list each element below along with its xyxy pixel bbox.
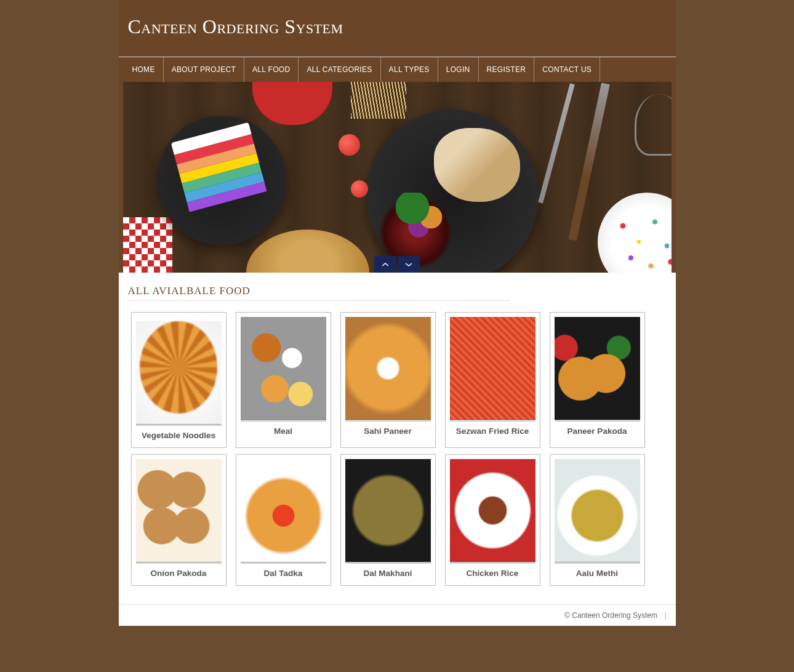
food-image xyxy=(555,459,640,562)
food-image xyxy=(555,317,640,420)
hero-slider xyxy=(119,82,676,273)
section-title: ALL AVIALBALE FOOD xyxy=(128,285,667,297)
food-card-paneer-pakoda[interactable]: Paneer Pakoda xyxy=(550,312,645,448)
food-card-onion-pakoda[interactable]: Onion Pakoda xyxy=(131,454,227,586)
chevron-down-icon xyxy=(404,259,413,270)
nav-label: REGISTER xyxy=(487,65,526,74)
food-name: Onion Pakoda xyxy=(136,569,222,578)
nav-label: ALL FOOD xyxy=(252,65,290,74)
chevron-up-icon xyxy=(381,259,390,270)
nav-contact-us[interactable]: CONTACT US xyxy=(534,57,600,82)
slider-next-button[interactable] xyxy=(398,256,420,273)
slider-controls xyxy=(374,256,420,273)
footer: © Canteen Ordering System | xyxy=(119,604,676,626)
nav-label: HOME xyxy=(132,65,155,74)
food-card-dal-tadka[interactable]: Dal Tadka xyxy=(236,454,331,586)
nav-login[interactable]: LOGIN xyxy=(438,57,479,82)
food-grid: Vegetable Noodles Meal Sahi Paneer Sezwa… xyxy=(128,312,667,586)
food-name: Chicken Rice xyxy=(450,569,535,578)
main-plate xyxy=(366,110,539,273)
nav-home[interactable]: HOME xyxy=(119,57,164,82)
nav-label: ALL TYPES xyxy=(389,65,430,74)
food-image xyxy=(450,317,535,420)
footer-divider: | xyxy=(664,611,666,620)
food-image xyxy=(241,317,326,420)
food-card-vegetable-noodles[interactable]: Vegetable Noodles xyxy=(131,312,227,448)
food-card-sahi-paneer[interactable]: Sahi Paneer xyxy=(340,312,436,448)
food-name: Paneer Pakoda xyxy=(555,426,640,436)
nav-label: ABOUT PROJECT xyxy=(172,65,236,74)
food-name: Sezwan Fried Rice xyxy=(450,426,535,436)
food-card-sezwan-fried-rice[interactable]: Sezwan Fried Rice xyxy=(445,312,540,448)
nav-label: CONTACT US xyxy=(542,65,591,74)
food-image xyxy=(345,459,431,562)
main-nav: HOME ABOUT PROJECT ALL FOOD ALL CATEGORI… xyxy=(119,57,676,82)
nav-about-project[interactable]: ABOUT PROJECT xyxy=(164,57,244,82)
slider-prev-button[interactable] xyxy=(374,256,396,273)
nav-all-food[interactable]: ALL FOOD xyxy=(244,57,299,82)
food-image xyxy=(450,459,535,562)
main-content: ALL AVIALBALE FOOD Vegetable Noodles Mea… xyxy=(119,273,676,604)
food-name: Vegetable Noodles xyxy=(136,431,222,440)
food-name: Meal xyxy=(241,426,326,436)
nav-label: ALL CATEGORIES xyxy=(307,65,372,74)
nav-register[interactable]: REGISTER xyxy=(479,57,535,82)
site-title: Canteen Ordering System xyxy=(128,15,667,38)
page-container: Canteen Ordering System HOME ABOUT PROJE… xyxy=(119,0,676,626)
food-card-chicken-rice[interactable]: Chicken Rice xyxy=(445,454,540,586)
nav-all-categories[interactable]: ALL CATEGORIES xyxy=(299,57,380,82)
tomato xyxy=(351,180,368,198)
checkered-cloth xyxy=(123,217,172,273)
footer-copyright: © Canteen Ordering System xyxy=(564,611,657,620)
food-image xyxy=(136,459,222,562)
food-image xyxy=(136,321,222,425)
vegetables xyxy=(394,193,455,242)
header: Canteen Ordering System xyxy=(119,0,676,57)
food-name: Sahi Paneer xyxy=(345,426,431,436)
food-image xyxy=(345,317,431,420)
hero-image xyxy=(123,82,672,273)
food-card-aalu-methi[interactable]: Aalu Methi xyxy=(550,454,645,586)
food-name: Aalu Methi xyxy=(555,569,640,578)
pasta-sticks xyxy=(351,82,406,119)
section-divider xyxy=(128,300,510,301)
food-name: Dal Makhani xyxy=(345,569,431,578)
nav-all-types[interactable]: ALL TYPES xyxy=(381,57,438,82)
nav-label: LOGIN xyxy=(446,65,470,74)
food-card-dal-makhani[interactable]: Dal Makhani xyxy=(340,454,436,586)
tomato xyxy=(339,134,360,156)
food-card-meal[interactable]: Meal xyxy=(236,312,331,448)
food-name: Dal Tadka xyxy=(241,569,326,578)
food-image xyxy=(241,459,326,562)
